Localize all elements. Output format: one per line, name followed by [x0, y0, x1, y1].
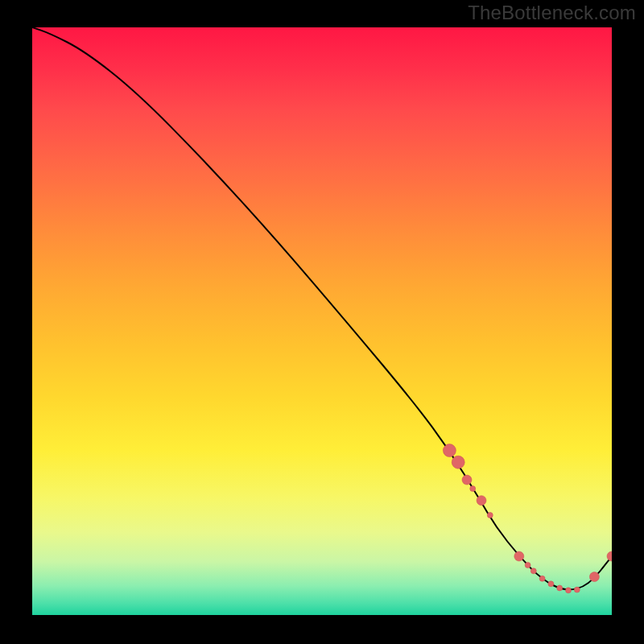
- data-point: [574, 587, 580, 592]
- chart-svg: [32, 27, 612, 615]
- watermark-text: TheBottleneck.com: [468, 2, 636, 24]
- data-point: [462, 475, 472, 485]
- data-point: [530, 568, 536, 574]
- data-point: [548, 581, 554, 587]
- chart-frame: TheBottleneck.com: [0, 0, 644, 644]
- data-points: [443, 444, 612, 593]
- data-point: [539, 576, 545, 581]
- data-point: [525, 562, 530, 568]
- data-point: [443, 444, 456, 457]
- data-point: [589, 572, 599, 582]
- data-point: [477, 496, 486, 506]
- data-point: [514, 551, 524, 561]
- data-point: [470, 486, 476, 492]
- bottleneck-curve: [32, 27, 612, 589]
- plot-area: [32, 27, 612, 615]
- data-point: [557, 585, 563, 591]
- data-point: [607, 551, 612, 561]
- data-point: [452, 456, 464, 469]
- data-point: [487, 512, 493, 518]
- data-point: [566, 588, 572, 593]
